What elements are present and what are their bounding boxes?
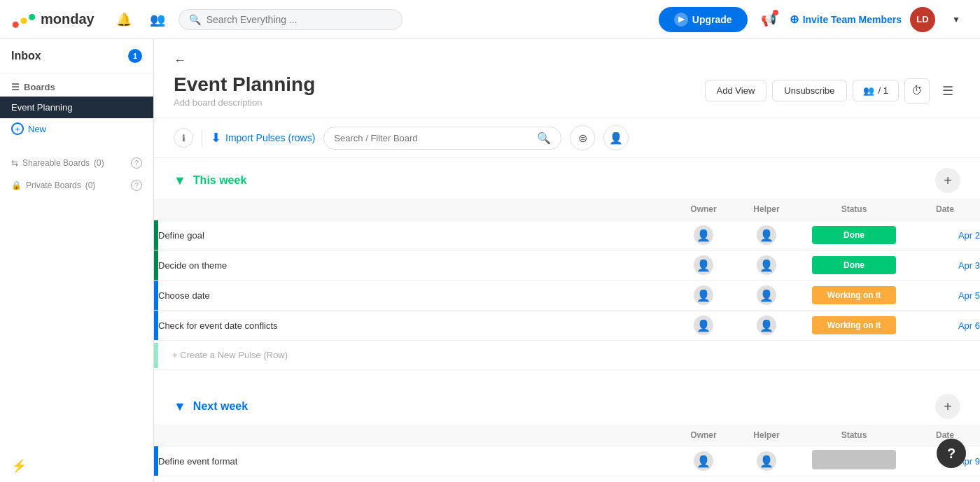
owner-avatar: 👤 bbox=[694, 225, 713, 245]
help-icon: ? bbox=[947, 446, 955, 462]
task-cell[interactable]: Choose date bbox=[158, 281, 672, 311]
this-week-header-row: Owner Helper Status Date bbox=[154, 199, 980, 220]
lock-icon: 🔒 bbox=[11, 180, 22, 190]
group-title-next-week[interactable]: Next week bbox=[193, 400, 248, 413]
notifications-button[interactable]: 🔔 bbox=[111, 7, 136, 32]
helper-col-header: Helper bbox=[735, 425, 798, 446]
global-search-input[interactable] bbox=[206, 14, 392, 25]
board-search-input[interactable] bbox=[334, 133, 531, 143]
main-layout: Inbox 1 ☰ Boards Event Planning + New ⇆ … bbox=[0, 39, 980, 482]
board-actions: Add View Unsubscribe 👥 / 1 ⏱ ☰ bbox=[705, 78, 960, 104]
helper-cell: 👤 bbox=[735, 446, 798, 476]
avatar-menu-button[interactable]: ▼ bbox=[944, 7, 969, 32]
owner-cell: 👤 bbox=[672, 446, 735, 476]
status-badge-empty bbox=[812, 450, 896, 469]
status-cell[interactable]: Working on it bbox=[798, 281, 910, 311]
svg-point-0 bbox=[13, 21, 19, 27]
board-search: 🔍 bbox=[323, 127, 561, 150]
owner-avatar: 👤 bbox=[694, 451, 713, 471]
info-button[interactable]: ℹ bbox=[174, 128, 193, 148]
owner-avatar: 👤 bbox=[694, 285, 713, 305]
owner-avatar: 👤 bbox=[694, 316, 713, 335]
top-navigation: monday 🔔 👥 🔍 ▶ Upgrade 📢 ⊕ Invite Team M… bbox=[0, 0, 980, 39]
status-cell[interactable] bbox=[798, 446, 910, 476]
task-col-header bbox=[158, 199, 672, 220]
task-cell[interactable]: Decide on theme bbox=[158, 250, 672, 281]
board-description[interactable]: Add board description bbox=[174, 97, 315, 108]
new-pulse-label[interactable]: + Create a New Pulse (Row) bbox=[158, 341, 980, 370]
add-column-button-this-week[interactable]: + bbox=[935, 168, 960, 193]
group-chevron-this-week[interactable]: ▼ bbox=[174, 173, 186, 188]
boards-label: Boards bbox=[24, 82, 55, 92]
lightning-icon[interactable]: ⚡ bbox=[11, 459, 27, 473]
sidebar-item-event-planning[interactable]: Event Planning bbox=[0, 97, 153, 118]
owner-cell: 👤 bbox=[672, 311, 735, 341]
activity-view-button[interactable]: ⏱ bbox=[904, 78, 930, 104]
task-cell[interactable]: Check for event date conflicts bbox=[158, 311, 672, 341]
help-button[interactable]: ? bbox=[937, 439, 966, 468]
helper-avatar: 👤 bbox=[757, 451, 776, 471]
private-help-icon[interactable]: ? bbox=[131, 180, 142, 191]
user-avatar[interactable]: LD bbox=[910, 7, 935, 32]
table-row: Decide on theme 👤 👤 Done Apr 3 bbox=[154, 250, 980, 281]
board-content-area: ← Event Planning Add board description A… bbox=[154, 39, 980, 482]
share-icon: ⇆ bbox=[11, 158, 18, 168]
search-icon: 🔍 bbox=[189, 14, 201, 25]
activity-icon: ⏱ bbox=[911, 85, 923, 97]
owner-avatar: 👤 bbox=[694, 255, 713, 275]
task-col-header bbox=[158, 425, 672, 446]
helper-avatar: 👤 bbox=[757, 255, 776, 275]
status-cell[interactable]: Done bbox=[798, 250, 910, 281]
person-filter-button[interactable]: 👤 bbox=[603, 125, 629, 150]
new-board-button[interactable]: + New bbox=[0, 118, 153, 139]
boards-section-header: ☰ Boards bbox=[0, 73, 153, 97]
table-row: Define event format 👤 👤 Apr 9 bbox=[154, 446, 980, 476]
shareable-help-icon[interactable]: ? bbox=[131, 157, 142, 169]
helper-avatar: 👤 bbox=[757, 285, 776, 305]
helper-avatar: 👤 bbox=[757, 316, 776, 335]
members-button[interactable]: 👥 / 1 bbox=[853, 80, 899, 101]
board-header-top: Event Planning Add board description Add… bbox=[174, 73, 960, 108]
group-title-this-week[interactable]: This week bbox=[193, 174, 246, 187]
date-cell[interactable]: Apr 3 bbox=[910, 250, 980, 281]
sidebar-bottom: ⚡ bbox=[0, 450, 153, 482]
new-pulse-row-this-week[interactable]: + Create a New Pulse (Row) bbox=[154, 341, 980, 370]
add-column-button-next-week[interactable]: + bbox=[935, 394, 960, 419]
invite-team-button[interactable]: ⊕ Invite Team Members bbox=[790, 13, 902, 26]
people-button[interactable]: 👥 bbox=[145, 7, 170, 32]
add-view-button[interactable]: Add View bbox=[705, 80, 767, 101]
shareable-boards-section: ⇆ Shareable Boards (0) ? bbox=[0, 150, 153, 173]
menu-icon: ☰ bbox=[942, 83, 953, 99]
date-cell[interactable]: Apr 5 bbox=[910, 281, 980, 311]
sidebar-inbox[interactable]: Inbox 1 bbox=[0, 39, 153, 73]
date-cell[interactable]: Apr 6 bbox=[910, 311, 980, 341]
notification-dot bbox=[773, 10, 778, 15]
svg-point-2 bbox=[29, 13, 35, 20]
back-button[interactable]: ← bbox=[174, 53, 186, 68]
chevron-down-icon: ▼ bbox=[952, 15, 960, 24]
board-menu-button[interactable]: ☰ bbox=[935, 78, 960, 104]
helper-cell: 👤 bbox=[735, 250, 798, 281]
group-chevron-next-week[interactable]: ▼ bbox=[174, 399, 186, 414]
megaphone-button[interactable]: 📢 bbox=[756, 7, 781, 32]
new-board-plus-icon: + bbox=[11, 122, 24, 135]
import-button[interactable]: ⬇ Import Pulses (rows) bbox=[211, 130, 315, 146]
upgrade-button[interactable]: ▶ Upgrade bbox=[659, 7, 748, 32]
upgrade-icon: ▶ bbox=[674, 13, 688, 27]
bell-icon: 🔔 bbox=[116, 12, 132, 27]
status-col-header: Status bbox=[798, 425, 910, 446]
date-cell[interactable]: Apr 2 bbox=[910, 220, 980, 250]
unsubscribe-button[interactable]: Unsubscribe bbox=[772, 80, 846, 101]
task-cell[interactable]: Define goal bbox=[158, 220, 672, 250]
sidebar: Inbox 1 ☰ Boards Event Planning + New ⇆ … bbox=[0, 39, 154, 482]
filter-button[interactable]: ⊜ bbox=[570, 125, 595, 150]
status-badge: Working on it bbox=[812, 316, 896, 334]
task-cell[interactable]: Define event format bbox=[158, 446, 672, 476]
owner-cell: 👤 bbox=[672, 220, 735, 250]
status-cell[interactable]: Done bbox=[798, 220, 910, 250]
info-icon: ℹ bbox=[182, 133, 186, 143]
status-cell[interactable]: Working on it bbox=[798, 311, 910, 341]
logo: monday bbox=[11, 7, 94, 32]
board-main-content: ▼ This week + Owner Helper Status Date bbox=[154, 158, 980, 482]
helper-avatar: 👤 bbox=[757, 225, 776, 245]
